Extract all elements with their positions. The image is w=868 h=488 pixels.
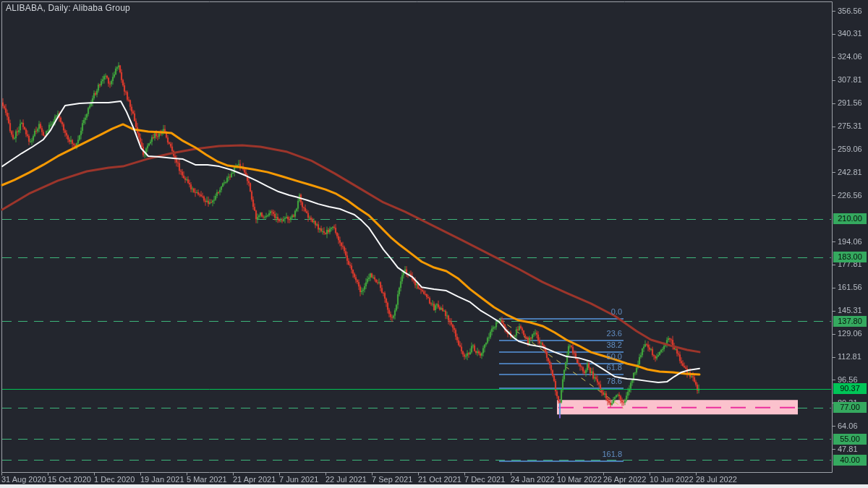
fib-level-label: 38.2 <box>579 341 622 349</box>
level-price-label: 77.00 <box>833 402 867 413</box>
price-axis-tick: 291.56 <box>838 98 862 107</box>
fib-level-label: 161.8 <box>579 450 622 458</box>
time-axis-label: 1 Dec 2020 <box>94 475 135 484</box>
current-price-label: 90.37 <box>833 383 867 394</box>
chart-window: ALIBABA, Daily: Alibaba Group 356.56340.… <box>0 0 868 488</box>
time-axis-label: 31 Aug 2020 <box>1 475 46 484</box>
time-axis-label: 10 Mar 2022 <box>557 475 602 484</box>
price-axis-tick: 194.06 <box>838 237 862 246</box>
time-axis-label: 28 Jul 2022 <box>696 475 737 484</box>
time-axis-label: 21 Apr 2021 <box>233 475 276 484</box>
price-axis-tick: 259.06 <box>838 145 862 153</box>
chart-title: ALIBABA, Daily: Alibaba Group <box>6 3 130 13</box>
price-axis-tick: 64.06 <box>838 421 858 430</box>
price-axis-tick: 47.81 <box>838 445 858 453</box>
time-axis-label: 10 Jun 2022 <box>650 475 694 484</box>
price-axis-tick: 340.31 <box>838 29 862 38</box>
fib-level-label: 23.6 <box>579 329 622 338</box>
level-price-label: 210.00 <box>833 213 867 224</box>
time-axis-label: 7 Dec 2021 <box>464 475 505 484</box>
fib-level-label: 0.0 <box>579 307 622 316</box>
time-axis-label: 24 Jan 2022 <box>511 475 555 484</box>
level-price-label: 183.00 <box>833 252 867 262</box>
price-axis-tick: 145.31 <box>838 306 862 314</box>
fib-level-label: 78.6 <box>579 377 622 385</box>
price-axis-tick: 356.56 <box>838 7 862 15</box>
time-axis-label: 19 Jan 2021 <box>140 475 184 484</box>
window-bottom-edge <box>0 484 868 488</box>
time-axis-label: 5 Mar 2021 <box>187 475 227 484</box>
price-axis-tick: 275.31 <box>838 121 862 130</box>
level-price-label: 40.00 <box>833 455 867 466</box>
fib-level-label: 50.0 <box>579 352 622 361</box>
price-axis-tick: 307.81 <box>838 75 862 84</box>
price-axis-tick: 226.56 <box>838 191 862 200</box>
time-axis-label: 21 Oct 2021 <box>418 475 461 484</box>
time-axis-label: 7 Jun 2021 <box>279 475 318 484</box>
level-price-label: 137.80 <box>833 316 867 327</box>
price-axis-tick: 324.06 <box>838 52 862 61</box>
price-axis-tick: 242.81 <box>838 168 862 176</box>
time-axis-label: 26 Apr 2022 <box>603 475 646 484</box>
time-axis-label: 7 Sep 2021 <box>372 475 412 484</box>
price-axis-tick: 129.06 <box>838 329 862 338</box>
fib-level-label: 61.8 <box>579 363 622 372</box>
time-axis-label: 22 Jul 2021 <box>326 475 367 484</box>
price-axis-tick: 161.56 <box>838 283 862 291</box>
price-axis-tick: 112.81 <box>838 352 861 361</box>
level-price-label: 55.00 <box>833 434 867 445</box>
time-axis-label: 15 Oct 2020 <box>48 475 91 484</box>
price-chart-canvas[interactable] <box>0 0 868 488</box>
